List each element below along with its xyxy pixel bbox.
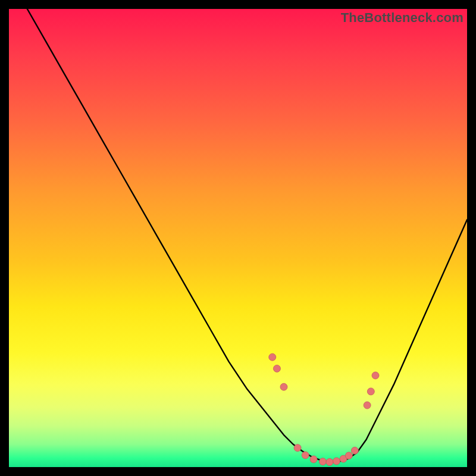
curve-dot — [319, 458, 326, 465]
curve-dot — [310, 456, 317, 463]
curve-dot — [345, 452, 352, 459]
bottleneck-curve — [9, 9, 467, 462]
chart-svg — [9, 9, 467, 467]
curve-dot — [269, 353, 276, 361]
watermark-text: TheBottleneck.com — [341, 10, 464, 26]
curve-dot — [364, 402, 371, 409]
curve-dot — [367, 388, 374, 395]
curve-dot — [326, 459, 333, 466]
curve-dot — [372, 372, 379, 379]
curve-dot — [294, 444, 301, 452]
curve-dots — [269, 353, 379, 465]
plot-area — [9, 9, 467, 467]
chart-frame: TheBottleneck.com — [9, 9, 467, 467]
curve-dot — [351, 447, 358, 454]
curve-dot — [302, 452, 309, 459]
curve-dot — [333, 458, 340, 465]
curve-dot — [280, 383, 287, 390]
curve-dot — [273, 365, 280, 372]
